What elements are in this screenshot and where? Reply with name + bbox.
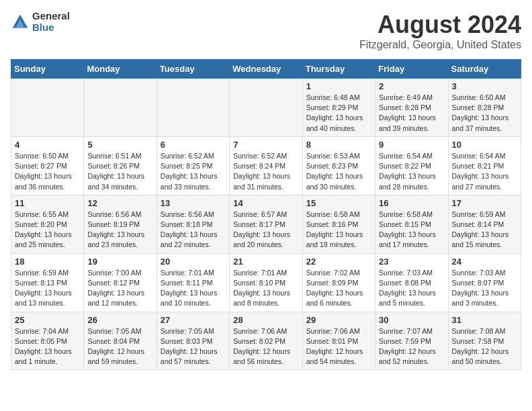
day-detail: Sunrise: 7:04 AM Sunset: 8:05 PM Dayligh… [15,326,80,367]
day-detail: Sunrise: 6:55 AM Sunset: 8:20 PM Dayligh… [15,210,80,250]
day-detail: Sunrise: 6:59 AM Sunset: 8:13 PM Dayligh… [15,268,80,309]
day-number: 5 [87,140,152,150]
header-row: Sunday Monday Tuesday Wednesday Thursday… [11,60,521,79]
day-number: 2 [379,81,444,91]
logo-blue-text: Blue [32,22,70,34]
day-detail: Sunrise: 7:03 AM Sunset: 8:07 PM Dayligh… [452,268,517,309]
calendar-cell: 5Sunrise: 6:51 AM Sunset: 8:26 PM Daylig… [84,136,157,195]
calendar-cell: 1Sunrise: 6:48 AM Sunset: 8:29 PM Daylig… [302,79,375,137]
day-detail: Sunrise: 7:03 AM Sunset: 8:08 PM Dayligh… [379,268,444,309]
header-thursday: Thursday [302,60,375,79]
logo-text: General Blue [32,11,70,33]
day-number: 26 [87,315,152,325]
day-number: 28 [233,315,298,325]
day-detail: Sunrise: 7:00 AM Sunset: 8:12 PM Dayligh… [87,268,152,309]
day-detail: Sunrise: 7:05 AM Sunset: 8:03 PM Dayligh… [161,326,226,367]
day-number: 31 [452,315,517,325]
day-detail: Sunrise: 6:53 AM Sunset: 8:23 PM Dayligh… [306,151,371,192]
day-detail: Sunrise: 7:06 AM Sunset: 8:01 PM Dayligh… [306,326,371,367]
day-detail: Sunrise: 7:07 AM Sunset: 7:59 PM Dayligh… [379,326,444,367]
calendar-cell: 25Sunrise: 7:04 AM Sunset: 8:05 PM Dayli… [11,312,84,370]
day-number: 7 [233,140,298,150]
day-number: 29 [306,315,371,325]
day-number: 14 [233,198,298,208]
header-wednesday: Wednesday [230,60,302,79]
calendar-cell: 24Sunrise: 7:03 AM Sunset: 8:07 PM Dayli… [448,253,521,312]
day-number: 12 [87,198,152,208]
calendar-cell: 9Sunrise: 6:54 AM Sunset: 8:22 PM Daylig… [375,136,448,195]
day-number: 24 [452,257,517,267]
day-number: 25 [15,315,80,325]
day-detail: Sunrise: 7:01 AM Sunset: 8:11 PM Dayligh… [161,268,226,309]
calendar-cell: 12Sunrise: 6:56 AM Sunset: 8:19 PM Dayli… [84,195,157,253]
header-sunday: Sunday [11,60,84,79]
day-number: 4 [15,140,80,150]
header-saturday: Saturday [448,60,521,79]
calendar-cell: 26Sunrise: 7:05 AM Sunset: 8:04 PM Dayli… [84,312,157,370]
calendar-week-3: 11Sunrise: 6:55 AM Sunset: 8:20 PM Dayli… [11,195,521,253]
calendar-cell [230,79,302,137]
day-number: 23 [379,257,444,267]
day-number: 10 [452,140,517,150]
calendar-cell: 4Sunrise: 6:50 AM Sunset: 8:27 PM Daylig… [11,136,84,195]
day-detail: Sunrise: 6:54 AM Sunset: 8:21 PM Dayligh… [452,151,517,192]
day-detail: Sunrise: 6:52 AM Sunset: 8:24 PM Dayligh… [233,151,298,192]
day-detail: Sunrise: 6:49 AM Sunset: 8:28 PM Dayligh… [379,93,444,134]
day-number: 13 [161,198,226,208]
logo-icon [11,13,30,32]
calendar-week-2: 4Sunrise: 6:50 AM Sunset: 8:27 PM Daylig… [11,136,521,195]
calendar-week-4: 18Sunrise: 6:59 AM Sunset: 8:13 PM Dayli… [11,253,521,312]
day-number: 30 [379,315,444,325]
page-header: General Blue August 2024 Fitzgerald, Geo… [11,11,521,51]
calendar-cell: 3Sunrise: 6:50 AM Sunset: 8:28 PM Daylig… [448,79,521,137]
day-detail: Sunrise: 6:58 AM Sunset: 8:15 PM Dayligh… [379,210,444,250]
day-number: 3 [452,81,517,91]
day-number: 27 [161,315,226,325]
day-detail: Sunrise: 7:06 AM Sunset: 8:02 PM Dayligh… [233,326,298,367]
day-number: 22 [306,257,371,267]
day-number: 15 [306,198,371,208]
calendar-body: 1Sunrise: 6:48 AM Sunset: 8:29 PM Daylig… [11,79,521,370]
day-detail: Sunrise: 7:05 AM Sunset: 8:04 PM Dayligh… [87,326,152,367]
day-number: 11 [15,198,80,208]
calendar-cell [84,79,157,137]
calendar-cell: 10Sunrise: 6:54 AM Sunset: 8:21 PM Dayli… [448,136,521,195]
calendar-cell: 2Sunrise: 6:49 AM Sunset: 8:28 PM Daylig… [375,79,448,137]
header-tuesday: Tuesday [157,60,229,79]
day-detail: Sunrise: 7:01 AM Sunset: 8:10 PM Dayligh… [233,268,298,309]
calendar-table: Sunday Monday Tuesday Wednesday Thursday… [11,59,521,370]
day-detail: Sunrise: 6:48 AM Sunset: 8:29 PM Dayligh… [306,93,371,134]
calendar-cell: 7Sunrise: 6:52 AM Sunset: 8:24 PM Daylig… [230,136,302,195]
day-number: 16 [379,198,444,208]
logo: General Blue [11,11,70,33]
day-number: 6 [161,140,226,150]
subtitle: Fitzgerald, Georgia, United States [359,39,521,51]
day-number: 21 [233,257,298,267]
calendar-week-5: 25Sunrise: 7:04 AM Sunset: 8:05 PM Dayli… [11,312,521,370]
day-detail: Sunrise: 6:58 AM Sunset: 8:16 PM Dayligh… [306,210,371,250]
calendar-cell: 6Sunrise: 6:52 AM Sunset: 8:25 PM Daylig… [157,136,229,195]
calendar-cell: 23Sunrise: 7:03 AM Sunset: 8:08 PM Dayli… [375,253,448,312]
day-detail: Sunrise: 6:54 AM Sunset: 8:22 PM Dayligh… [379,151,444,192]
day-number: 20 [161,257,226,267]
day-detail: Sunrise: 6:50 AM Sunset: 8:28 PM Dayligh… [452,93,517,134]
calendar-cell: 31Sunrise: 7:08 AM Sunset: 7:58 PM Dayli… [448,312,521,370]
day-detail: Sunrise: 7:02 AM Sunset: 8:09 PM Dayligh… [306,268,371,309]
calendar-cell: 30Sunrise: 7:07 AM Sunset: 7:59 PM Dayli… [375,312,448,370]
calendar-cell: 28Sunrise: 7:06 AM Sunset: 8:02 PM Dayli… [230,312,302,370]
day-detail: Sunrise: 6:56 AM Sunset: 8:18 PM Dayligh… [161,210,226,250]
day-number: 19 [87,257,152,267]
calendar-cell: 11Sunrise: 6:55 AM Sunset: 8:20 PM Dayli… [11,195,84,253]
day-number: 1 [306,81,371,91]
day-number: 8 [306,140,371,150]
calendar-cell [11,79,84,137]
day-detail: Sunrise: 6:57 AM Sunset: 8:17 PM Dayligh… [233,210,298,250]
calendar-cell [157,79,229,137]
calendar-cell: 18Sunrise: 6:59 AM Sunset: 8:13 PM Dayli… [11,253,84,312]
calendar-cell: 8Sunrise: 6:53 AM Sunset: 8:23 PM Daylig… [302,136,375,195]
day-detail: Sunrise: 6:56 AM Sunset: 8:19 PM Dayligh… [87,210,152,250]
logo-general-text: General [32,11,70,22]
day-detail: Sunrise: 6:50 AM Sunset: 8:27 PM Dayligh… [15,151,80,192]
calendar-cell: 27Sunrise: 7:05 AM Sunset: 8:03 PM Dayli… [157,312,229,370]
header-monday: Monday [84,60,157,79]
